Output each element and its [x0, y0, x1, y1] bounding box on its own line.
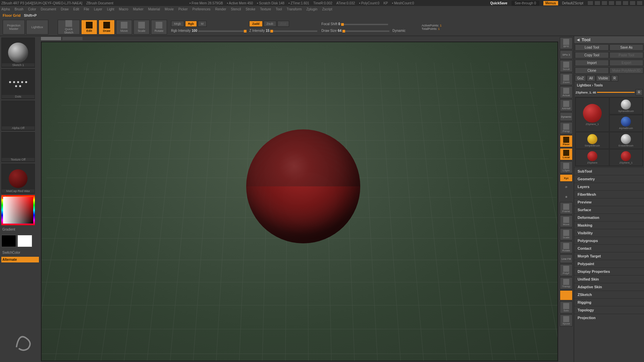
tool-r-button[interactable]: R: [636, 89, 643, 96]
move-button[interactable]: Move: [116, 20, 132, 35]
window-icon-1[interactable]: [587, 1, 593, 5]
lsym-button[interactable]: LSym: [560, 161, 573, 173]
tool-eraserbrush[interactable]: EraserBrush: [610, 132, 643, 148]
draw-size-value[interactable]: 64: [338, 29, 341, 33]
tool-panel-header[interactable]: Tool: [574, 36, 644, 44]
nav-scale-button[interactable]: Scale: [560, 228, 573, 240]
xpose-button[interactable]: Xpose: [560, 314, 573, 326]
copy-tool-button[interactable]: Copy Tool: [575, 52, 609, 58]
minimize-icon[interactable]: [623, 1, 629, 5]
texture-slot[interactable]: Texture Off: [1, 132, 35, 162]
quick-sketch-button[interactable]: Quick Sketch: [58, 20, 80, 35]
focal-shift-slider[interactable]: [341, 24, 388, 25]
rgb-button[interactable]: Rgb: [185, 21, 197, 27]
section-polypaint[interactable]: Polypaint: [574, 260, 644, 267]
menu-picker[interactable]: Picker: [178, 7, 188, 11]
close-icon[interactable]: [637, 1, 643, 5]
gradient-button[interactable]: Gradient: [1, 227, 39, 232]
bpr-button[interactable]: BPR: [560, 37, 573, 49]
menu-stroke[interactable]: Stroke: [246, 7, 255, 11]
tool-zsphere-1[interactable]: ZSphere_1: [610, 149, 643, 166]
menu-draw[interactable]: Draw: [61, 7, 68, 11]
material-slot[interactable]: MatCap Red Wax: [1, 164, 35, 194]
nav-move-button[interactable]: Move: [560, 215, 573, 227]
scale-button[interactable]: Scale: [133, 20, 150, 35]
section-morph-target[interactable]: Morph Target: [574, 252, 644, 260]
section-zsketch[interactable]: ZSketch: [574, 291, 644, 298]
goz-button[interactable]: GoZ: [575, 75, 586, 81]
floor-button[interactable]: Floor: [560, 135, 573, 147]
tool-zsphere[interactable]: ZSphere: [576, 149, 609, 166]
quicksave-button[interactable]: QuickSave: [490, 1, 507, 5]
color-picker[interactable]: [1, 195, 35, 225]
section-deformation[interactable]: Deformation: [574, 214, 644, 221]
zoom-button[interactable]: Zoom: [560, 73, 573, 85]
menu-marker[interactable]: Marker: [133, 7, 143, 11]
actual-button[interactable]: Actual: [560, 86, 573, 98]
section-topology[interactable]: Topology: [574, 306, 644, 314]
canvas-tab-2[interactable]: [62, 37, 83, 40]
zadd-button[interactable]: Zadd: [249, 21, 263, 27]
local-button[interactable]: Local: [560, 148, 573, 160]
menu-color[interactable]: Color: [28, 7, 36, 11]
tool-zsphere-1-large[interactable]: ZSphere_1: [576, 98, 609, 131]
lightbox-button[interactable]: LightBox: [26, 20, 48, 35]
section-fibermesh[interactable]: FiberMesh: [574, 190, 644, 198]
section-adaptive-skin[interactable]: Adaptive Skin: [574, 283, 644, 291]
section-geometry[interactable]: Geometry: [574, 175, 644, 183]
zsphere-object[interactable]: [246, 129, 360, 243]
menu-transform[interactable]: Transform: [286, 7, 302, 11]
solo-button[interactable]: Solo: [560, 301, 573, 313]
projection-master-button[interactable]: Projection Master: [3, 20, 25, 35]
window-icon-3[interactable]: [601, 1, 607, 5]
rgb-intensity-value[interactable]: 100: [192, 29, 197, 33]
scroll-button[interactable]: Scroll: [560, 60, 573, 72]
ghost-button[interactable]: [560, 290, 573, 300]
transp-button[interactable]: Transp: [560, 277, 573, 289]
zsub-button[interactable]: Zsub: [264, 21, 276, 27]
menu-document[interactable]: Document: [41, 7, 56, 11]
goz-visible-button[interactable]: Visible: [596, 75, 610, 81]
seethrough-slider[interactable]: See-through 0: [512, 1, 539, 6]
section-projection[interactable]: Projection: [574, 314, 644, 321]
focal-shift-value[interactable]: 0: [338, 22, 340, 26]
section-unified-skin[interactable]: Unified Skin: [574, 275, 644, 283]
mrgb-button[interactable]: Mrgb: [171, 21, 184, 27]
spix-indicator[interactable]: SPix 3: [560, 50, 573, 59]
swatch-black[interactable]: [1, 235, 16, 247]
section-masking[interactable]: Masking: [574, 221, 644, 229]
tool-simplebrush[interactable]: SimpleBrush: [576, 132, 609, 148]
menu-texture[interactable]: Texture: [260, 7, 271, 11]
maximize-icon[interactable]: [630, 1, 636, 5]
menu-zplugin[interactable]: Zplugin: [307, 7, 318, 11]
paste-tool-button[interactable]: Paste Tool: [609, 52, 643, 58]
brush-slot[interactable]: Sketch 1: [1, 38, 35, 68]
alternate-button[interactable]: Alternate: [1, 257, 39, 262]
m-button[interactable]: M: [198, 21, 207, 27]
rotate-button[interactable]: Rotate: [151, 20, 167, 35]
edit-button[interactable]: Edit: [81, 20, 97, 35]
section-rigging[interactable]: Rigging: [574, 298, 644, 306]
window-icon-2[interactable]: [594, 1, 600, 5]
export-button[interactable]: Export: [609, 60, 643, 66]
section-contact[interactable]: Contact: [574, 244, 644, 252]
section-surface[interactable]: Surface: [574, 206, 644, 214]
menu-movie[interactable]: Movie: [165, 7, 174, 11]
window-icon-4[interactable]: [608, 1, 614, 5]
swatch-white[interactable]: [17, 235, 32, 247]
persp-button[interactable]: Persp: [560, 122, 573, 134]
canvas-tab-1[interactable]: [41, 37, 61, 40]
section-preview[interactable]: Preview: [574, 198, 644, 206]
tool-spherebrush[interactable]: SphereBrush: [610, 98, 643, 114]
menu-light[interactable]: Light: [107, 7, 114, 11]
menus-toggle[interactable]: Menus: [543, 1, 558, 5]
tool-alphabrush[interactable]: AlphaBrush: [610, 115, 643, 131]
viewport-canvas[interactable]: [41, 42, 558, 361]
menu-alpha[interactable]: Alpha: [1, 7, 10, 11]
menu-file[interactable]: File: [84, 7, 89, 11]
section-layers[interactable]: Layers: [574, 183, 644, 190]
aahalf-button[interactable]: AAHalf: [560, 99, 573, 111]
z-intensity-value[interactable]: 15: [266, 29, 269, 33]
rotate-axis-icon[interactable]: ⟳: [560, 183, 573, 191]
menu-brush[interactable]: Brush: [15, 7, 23, 11]
